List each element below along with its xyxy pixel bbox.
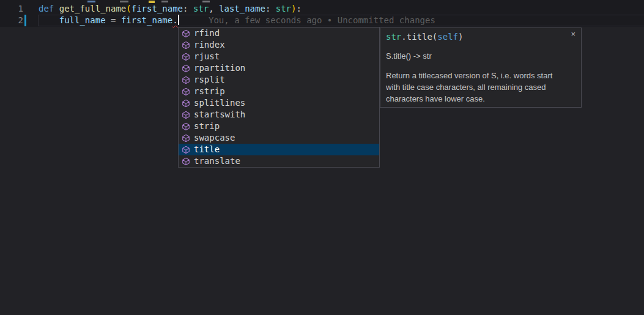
suggest-item-rindex[interactable]: rindex [179, 39, 379, 51]
close-icon[interactable]: × [571, 30, 576, 38]
token-colon: : [183, 4, 193, 13]
token-keyword-def: def [39, 4, 59, 13]
method-icon [182, 64, 190, 73]
method-icon [182, 99, 190, 108]
docs-body-line: characters have lower case. [386, 93, 575, 105]
docs-sig-object: str [386, 32, 401, 42]
cropped-line-fragment [202, 1, 210, 2]
method-icon [182, 29, 190, 38]
token-type-str: str [193, 4, 209, 13]
code-line-1-content[interactable]: def get_full_name(first_name: str, last_… [39, 3, 302, 15]
token-param-first-name: first_name [131, 4, 183, 13]
token-dot-with-error: . [172, 15, 177, 25]
token-function-name: get_full_name [59, 4, 127, 13]
cropped-line-fragment [120, 1, 128, 2]
token-var-first-name: first_name [121, 15, 172, 25]
token-close-paren: ) [291, 4, 296, 13]
token-colon: : [297, 4, 302, 13]
token-type-str: str [276, 4, 291, 13]
git-blame-annotation: You, a few seconds ago • Uncommitted cha… [209, 15, 435, 26]
method-icon [182, 134, 190, 143]
method-icon [182, 157, 190, 166]
method-icon [182, 111, 190, 119]
suggest-item-strip[interactable]: strip [179, 120, 379, 132]
docs-sig-method: .title( [401, 32, 437, 42]
method-icon [182, 87, 190, 96]
suggest-item-label: splitlines [194, 97, 245, 109]
code-line-1: 1 def get_full_name(first_name: str, las… [0, 3, 644, 15]
suggest-item-swapcase[interactable]: swapcase [179, 132, 379, 144]
suggest-item-label: rsplit [194, 74, 225, 86]
autocomplete-suggest-list: rfind rindex rjust rpartition rsplit rst… [178, 27, 380, 168]
suggest-item-label: startswith [194, 109, 245, 120]
cropped-line-fragment [87, 1, 95, 2]
token-colon: : [265, 4, 276, 13]
method-icon [182, 146, 190, 154]
token-open-paren: ( [126, 4, 131, 13]
suggest-item-label: translate [194, 155, 240, 167]
method-icon [182, 41, 190, 50]
suggest-item-label: rindex [194, 39, 225, 51]
text-cursor [178, 15, 179, 25]
suggest-item-label: rjust [194, 51, 220, 62]
suggest-item-rsplit[interactable]: rsplit [179, 74, 379, 86]
token-var-full-name: full_name [59, 15, 106, 25]
suggest-item-label: strip [194, 120, 220, 132]
suggest-item-label: rpartition [194, 62, 245, 74]
line-number-2[interactable]: 2 [0, 15, 23, 26]
docs-body-line: Return a titlecased version of S, i.e. w… [386, 70, 575, 81]
code-line-2: 2 full_name = first_name. You, a few sec… [0, 15, 644, 26]
token-param-last-name: last_name [219, 4, 265, 13]
token-indent [39, 15, 59, 25]
suggest-item-rstrip[interactable]: rstrip [179, 86, 379, 97]
token-comma: , [209, 4, 219, 13]
docs-body-line: with title case characters, all remainin… [386, 81, 575, 93]
docs-summary: S.title() -> str [386, 51, 575, 61]
docs-sig-close-paren: ) [458, 32, 463, 42]
suggest-item-rfind[interactable]: rfind [179, 28, 379, 39]
suggest-item-rjust[interactable]: rjust [179, 51, 379, 62]
code-line-2-content[interactable]: full_name = first_name. [39, 15, 179, 26]
line-number-1[interactable]: 1 [0, 3, 23, 15]
suggest-item-label: rfind [194, 28, 220, 39]
method-icon [182, 53, 190, 61]
suggest-item-label: title [194, 144, 220, 155]
method-icon [182, 122, 190, 131]
suggest-item-startswith[interactable]: startswith [179, 109, 379, 120]
suggest-item-splitlines[interactable]: splitlines [179, 97, 379, 109]
suggest-item-translate[interactable]: translate [179, 155, 379, 167]
editor-area[interactable]: 1 def get_full_name(first_name: str, las… [0, 0, 644, 27]
suggest-item-title-selected[interactable]: title [179, 144, 379, 155]
method-icon [182, 76, 190, 84]
suggest-item-rpartition[interactable]: rpartition [179, 62, 379, 74]
code-editor-screen: 1 def get_full_name(first_name: str, las… [0, 0, 644, 315]
suggest-docs-panel: str.title(self) S.title() -> str Return … [380, 28, 582, 108]
suggest-item-label: rstrip [194, 86, 225, 97]
docs-signature: str.title(self) [386, 31, 575, 43]
cropped-line-fragment [161, 1, 168, 2]
docs-sig-param: self [437, 32, 458, 42]
suggest-item-label: swapcase [194, 132, 235, 144]
token-equals: = [106, 15, 121, 25]
